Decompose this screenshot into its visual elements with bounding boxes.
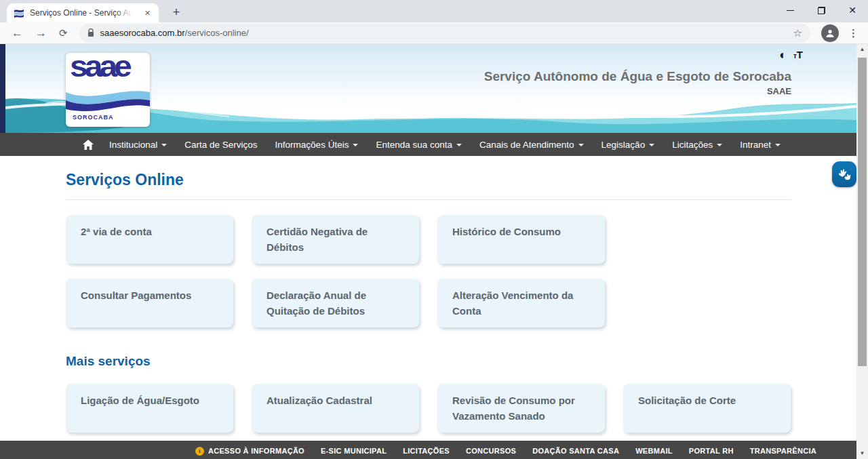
contrast-toggle-icon[interactable]: ◐ (779, 49, 787, 61)
nav-label: Institucional (109, 140, 157, 150)
nav-label: Canais de Atendimento (479, 140, 574, 150)
info-icon: i (195, 447, 204, 456)
chevron-down-icon (161, 144, 167, 146)
nav-home-button[interactable] (76, 140, 100, 150)
footer-link-acesso-informacao[interactable]: iACESSO À INFORMAÇÃO (195, 447, 304, 456)
chevron-down-icon (717, 144, 722, 146)
service-card-certidao-negativa[interactable]: Certidão Negativa de Débitos (252, 215, 419, 264)
nav-label: Carta de Serviços (184, 140, 257, 150)
footer-label: TRANSPARÊNCIA (750, 447, 816, 455)
nav-item-carta-de-servicos[interactable]: Carta de Serviços (176, 133, 266, 156)
text-size-big: T (797, 49, 803, 60)
nav-item-intranet[interactable]: Intranet (731, 133, 789, 156)
service-card-atualizacao-cadastral[interactable]: Atualização Cadastral (252, 384, 419, 433)
divider (66, 199, 791, 200)
accessibility-handtalk-button[interactable] (832, 161, 856, 187)
profile-avatar[interactable] (821, 24, 839, 42)
footer-link-esic-municipal[interactable]: E-SIC MUNICIPAL (321, 447, 387, 455)
restore-icon (818, 7, 825, 14)
tab-title: Serviços Online - Serviço Autôno (30, 8, 133, 18)
service-card-solicitacao-corte[interactable]: Solicitação de Corte (623, 384, 791, 433)
url-path: /servicos-online/ (185, 28, 249, 38)
footer-link-webmail[interactable]: WEBMAIL (635, 447, 673, 455)
address-bar[interactable]: saaesorocaba.com.br/servicos-online/ ☆ (79, 24, 810, 43)
more-services-grid: Ligação de Água/Esgoto Atualização Cadas… (66, 384, 791, 433)
chevron-down-icon (775, 144, 781, 146)
scrollbar-up-icon[interactable]: ▲ (856, 44, 868, 55)
nav-item-licitacoes[interactable]: Licitações (663, 133, 731, 156)
forward-button[interactable]: → (35, 27, 47, 39)
browser-menu-icon[interactable]: ⋮ (848, 27, 859, 39)
nav-label: Licitações (672, 140, 713, 150)
main-content: Serviços Online 2ª via de conta Certidão… (0, 156, 791, 433)
saae-logo[interactable]: saae SOROCABA (66, 53, 150, 127)
accessibility-icons: ◐ тT (779, 49, 803, 61)
footer-label: LICITAÇÕES (403, 447, 450, 455)
footer-link-transparencia[interactable]: TRANSPARÊNCIA (750, 447, 816, 455)
footer-label: DOAÇÃO SANTA CASA (532, 447, 619, 455)
new-tab-button[interactable]: + (168, 5, 184, 21)
sign-language-hands-icon (837, 167, 852, 182)
favicon-saae (14, 7, 24, 18)
service-card-alteracao-vencimento[interactable]: Alteração Vencimento da Conta (437, 279, 605, 327)
browser-titlebar: Serviços Online - Serviço Autôno ✕ + ✕ (0, 0, 868, 22)
tab-close-icon[interactable]: ✕ (142, 7, 153, 19)
nav-label: Legislação (601, 140, 646, 150)
service-card-consultar-pagamentos[interactable]: Consultar Pagamentos (66, 279, 233, 327)
minimize-button[interactable] (774, 0, 806, 20)
nav-item-legislacao[interactable]: Legislação (593, 133, 664, 156)
footer-link-portal-rh[interactable]: PORTAL RH (689, 447, 734, 455)
minimize-icon (787, 10, 794, 11)
restore-button[interactable] (806, 0, 837, 20)
url-text: saaesorocaba.com.br/servicos-online/ (100, 28, 249, 38)
service-card-2a-via-de-conta[interactable]: 2ª via de conta (66, 215, 233, 264)
window-controls: ✕ (774, 0, 868, 20)
text-size-icon[interactable]: тT (793, 49, 803, 61)
nav-item-entenda-sua-conta[interactable]: Entenda sua conta (367, 133, 471, 156)
browser-tab[interactable]: Serviços Online - Serviço Autôno ✕ (7, 3, 159, 22)
bookmark-star-icon[interactable]: ☆ (793, 27, 802, 39)
service-card-historico-consumo[interactable]: Histórico de Consumo (437, 215, 605, 264)
browser-toolbar: ← → ⟳ saaesorocaba.com.br/servicos-onlin… (0, 22, 868, 44)
nav-item-canais-de-atendimento[interactable]: Canais de Atendimento (471, 133, 593, 156)
back-button[interactable]: ← (12, 27, 23, 39)
page-viewport: saae SOROCABA ◐ тT Serviço Autônomo de Á… (0, 44, 868, 459)
footer-link-licitacoes[interactable]: LICITAÇÕES (403, 447, 450, 455)
nav-item-institucional[interactable]: Institucional (100, 133, 176, 156)
main-nav: Institucional Carta de Serviços Informaç… (0, 133, 868, 156)
footer-link-doacao-santa-casa[interactable]: DOAÇÃO SANTA CASA (532, 447, 619, 455)
home-icon (83, 140, 94, 150)
footer-label: ACESSO À INFORMAÇÃO (208, 447, 304, 455)
site-title: Serviço Autônomo de Água e Esgoto de Sor… (484, 69, 791, 84)
url-domain: saaesorocaba.com.br (100, 28, 185, 38)
footer-label: CONCURSOS (466, 447, 516, 455)
site-header: saae SOROCABA ◐ тT Serviço Autônomo de Á… (0, 44, 868, 133)
chevron-down-icon (578, 144, 584, 146)
footer-label: PORTAL RH (689, 447, 734, 455)
service-card-declaracao-anual[interactable]: Declaração Anual de Quitação de Débitos (252, 279, 419, 327)
saae-logo-text: saae (70, 53, 129, 83)
service-card-ligacao-agua-esgoto[interactable]: Ligação de Água/Esgoto (66, 384, 233, 433)
footer-bar: iACESSO À INFORMAÇÃO E-SIC MUNICIPAL LIC… (0, 441, 856, 459)
reload-button[interactable]: ⟳ (59, 28, 68, 38)
close-button[interactable]: ✕ (837, 0, 868, 20)
footer-link-concursos[interactable]: CONCURSOS (466, 447, 516, 455)
scrollbar-thumb[interactable] (858, 58, 867, 366)
saae-logo-wave (66, 85, 150, 115)
saae-logo-city: SOROCABA (73, 114, 114, 121)
service-card-revisao-consumo[interactable]: Revisão de Consumo por Vazamento Sanado (437, 384, 605, 433)
scrollbar-down-icon[interactable]: ▼ (856, 448, 868, 459)
page-title: Serviços Online (66, 171, 791, 189)
chevron-down-icon (353, 144, 358, 146)
chevron-down-icon (456, 144, 462, 146)
left-navy-strip (0, 44, 5, 133)
site-subtitle: SAAE (767, 86, 791, 96)
nav-item-informacoes-uteis[interactable]: Informações Úteis (267, 133, 368, 156)
lock-icon[interactable] (87, 28, 94, 37)
person-icon (825, 28, 835, 38)
chevron-down-icon (649, 144, 654, 146)
more-services-title: Mais serviços (66, 354, 791, 369)
services-grid: 2ª via de conta Certidão Negativa de Déb… (66, 215, 791, 327)
footer-label: WEBMAIL (635, 447, 673, 455)
page-scrollbar[interactable]: ▲ ▼ (856, 44, 868, 459)
